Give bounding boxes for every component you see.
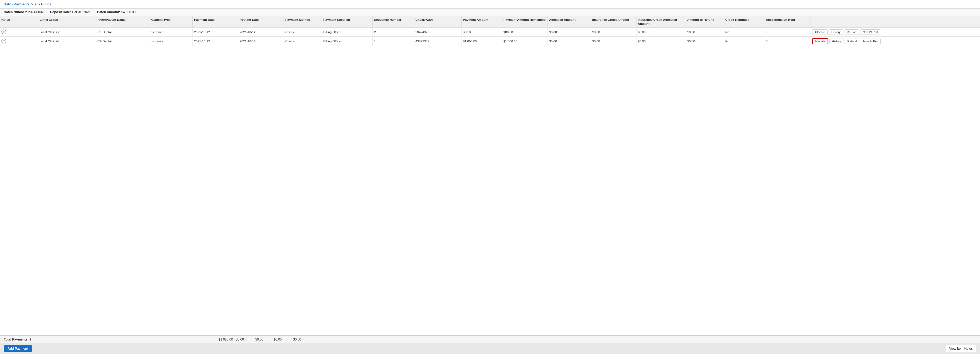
cell-credit-refunded: No [724, 27, 764, 37]
add-payment-button[interactable]: Add Payment [4, 345, 32, 352]
page-wrapper: Batch Payments > 2021-0002 Batch Number:… [0, 0, 980, 354]
cell-payer-patient-name: ICE Dental... [95, 37, 148, 46]
footer-total-insurance-credit: $0.00 [272, 338, 292, 341]
cell-payer-patient-name: ICE Dental... [95, 27, 148, 37]
col-header-notes: Notes [0, 16, 38, 28]
breadcrumb-parent-link[interactable]: Batch Payments [4, 2, 29, 6]
allocate-button[interactable]: Allocate [812, 29, 827, 35]
batch-amount-item: Batch Amount: $4 000.00 [97, 10, 135, 14]
history-button[interactable]: History [829, 29, 843, 35]
notes-icon[interactable] [2, 29, 6, 34]
breadcrumb-current: 2021-0002 [35, 2, 51, 6]
batch-number-value: 2021-0002 [28, 10, 43, 14]
notes-icon[interactable] [2, 38, 6, 43]
batch-amount-label: Batch Amount: [97, 10, 120, 14]
cell-payment-amount: $80.00 [461, 27, 502, 37]
breadcrumb-bar: Batch Payments > 2021-0002 [0, 0, 980, 9]
footer-totals: $1 080.00 $0.00 $0.00 $0.00 $0.00 [36, 338, 976, 341]
cell-payment-method: Check [284, 27, 322, 37]
refund-button[interactable]: Refund [845, 38, 859, 44]
cell-posting-date: 2021-10-12 [238, 37, 284, 46]
table-header-row: Notes Clinic Group Payer/Patient Name Pa… [0, 16, 980, 28]
cell-notes [0, 37, 38, 46]
col-header-sequence-number: Sequence Number [372, 16, 414, 28]
allocate-button[interactable]: Allocate [812, 38, 828, 44]
non-pt-pmt-button[interactable]: Non Pt Pmt [861, 38, 881, 44]
col-header-check-auth: Check/Auth [414, 16, 461, 28]
table-container: Notes Clinic Group Payer/Patient Name Pa… [0, 16, 980, 335]
cell-allocated-amount: $0.00 [548, 27, 591, 37]
cell-payment-location: Billing Office [322, 37, 372, 46]
cell-payment-amount: $1 000.00 [461, 37, 502, 46]
col-header-clinic-group: Clinic Group [38, 16, 95, 28]
batch-info-bar: Batch Number: 2021-0002 Deposit Date: Oc… [0, 9, 980, 16]
cell-sequence-number: 1 [372, 37, 414, 46]
payments-table: Notes Clinic Group Payer/Patient Name Pa… [0, 16, 980, 46]
deposit-date-label: Deposit Date: [50, 10, 71, 14]
cell-actions: Allocate History Refund Non Pt Pmt [811, 27, 980, 37]
cell-payment-type: Insurance [148, 37, 192, 46]
view-item-notes-button[interactable]: View Item Notes [946, 345, 976, 352]
table-row: Local Clinic Gr... ICE Dental... Insuran… [0, 37, 980, 46]
cell-credit-refunded: No [724, 37, 764, 46]
batch-amount-value: $4 000.00 [121, 10, 135, 14]
history-button[interactable]: History [829, 38, 843, 44]
batch-number-label: Batch Number: [4, 10, 27, 14]
cell-payment-date: 2021-10-12 [192, 37, 238, 46]
col-header-payment-location: Payment Location [322, 16, 372, 28]
cell-amount-to-refund: $0.00 [686, 27, 724, 37]
deposit-date-item: Deposit Date: Oct 01, 2021 [50, 10, 91, 14]
col-header-insurance-credit-amount: Insurance Credit Amount [591, 16, 636, 28]
footer-total-payment-amount: $1 080.00 [217, 338, 234, 341]
cell-allocated-amount: $0.00 [548, 37, 591, 46]
cell-insurance-credit-amount: $0.00 [591, 37, 636, 46]
cell-clinic-group: Local Clinic Gr... [38, 37, 95, 46]
col-header-allocations-on-hold: Allocations on Hold [764, 16, 811, 28]
col-header-amount-to-refund: Amount to Refund [686, 16, 724, 28]
col-header-payment-amount-remaining: Payment Amount Remaining [502, 16, 547, 28]
table-row: Local Clinic Gr... ICE Dental... Insuran… [0, 27, 980, 37]
col-header-payment-method: Payment Method [284, 16, 322, 28]
col-header-allocated-amount: Allocated Amount [548, 16, 591, 28]
col-header-insurance-credit-allocated-amount: Insurance Credit Allocated Amount [636, 16, 686, 28]
cell-actions: Allocate History Refund Non Pt Pmt [811, 37, 980, 46]
cell-insurance-credit-allocated-amount: $0.00 [636, 37, 686, 46]
cell-notes [0, 27, 38, 37]
cell-allocations-on-hold: 0 [764, 27, 811, 37]
breadcrumb-separator: > [31, 2, 33, 6]
col-header-payment-amount: Payment Amount [461, 16, 502, 28]
batch-number-item: Batch Number: 2021-0002 [4, 10, 43, 14]
cell-payment-type: Insurance [148, 27, 192, 37]
col-header-credit-refunded: Credit Refunded [724, 16, 764, 28]
total-payments-label: Total Payments: 2 [4, 338, 36, 341]
bottom-bar: Add Payment View Item Notes [0, 343, 980, 354]
footer-total-insurance-credit-alloc: $0.00 [292, 338, 313, 341]
table-body: Local Clinic Gr... ICE Dental... Insuran… [0, 27, 980, 46]
cell-payment-location: Billing Office [322, 27, 372, 37]
cell-clinic-group: Local Clinic Gr... [38, 27, 95, 37]
cell-allocations-on-hold: 0 [764, 37, 811, 46]
cell-posting-date: 2021-10-12 [238, 27, 284, 37]
footer-bar: Total Payments: 2 $1 080.00 $0.00 $0.00 … [0, 335, 980, 343]
cell-payment-date: 2021-10-12 [192, 27, 238, 37]
cell-payment-amount-remaining: $80.00 [502, 27, 547, 37]
cell-amount-to-refund: $0.00 [686, 37, 724, 46]
cell-payment-method: Check [284, 37, 322, 46]
col-header-payment-date: Payment Date [192, 16, 238, 28]
col-header-payment-type: Payment Type [148, 16, 192, 28]
non-pt-pmt-button[interactable]: Non Pt Pmt [860, 29, 880, 35]
deposit-date-value: Oct 01, 2021 [72, 10, 91, 14]
footer-total-allocated-amount: $0.00 [254, 338, 272, 341]
cell-insurance-credit-allocated-amount: $0.00 [636, 27, 686, 37]
col-header-payer-patient-name: Payer/Patient Name [95, 16, 148, 28]
cell-insurance-credit-amount: $0.00 [591, 27, 636, 37]
refund-button[interactable]: Refund [845, 29, 859, 35]
cell-check-auth: 5847437 [414, 27, 461, 37]
col-header-actions [811, 16, 980, 28]
col-header-posting-date: Posting Date [238, 16, 284, 28]
cell-check-auth: 43872387 [414, 37, 461, 46]
footer-total-payment-remaining: $0.00 [234, 338, 254, 341]
cell-sequence-number: 2 [372, 27, 414, 37]
cell-payment-amount-remaining: $1 000.00 [502, 37, 547, 46]
